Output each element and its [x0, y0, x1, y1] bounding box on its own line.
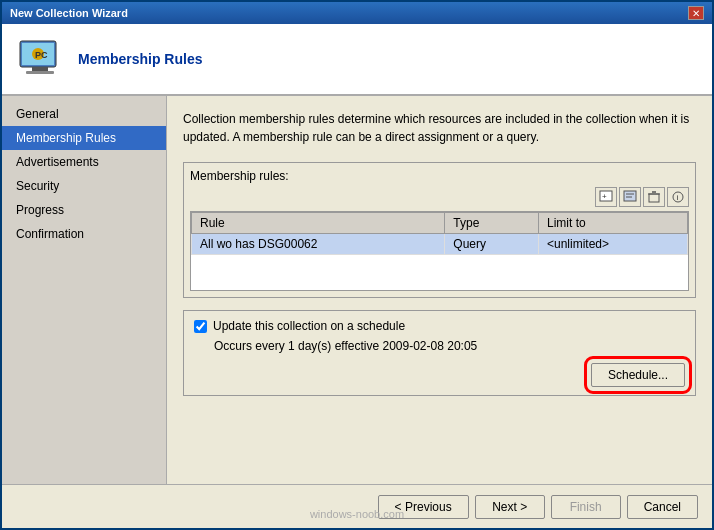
new-rule-button[interactable]: + [595, 187, 617, 207]
properties-button[interactable]: i [667, 187, 689, 207]
svg-rect-8 [624, 191, 636, 201]
header-area: PC Membership Rules [2, 24, 712, 96]
col-limit: Limit to [539, 213, 688, 234]
schedule-checkbox-label[interactable]: Update this collection on a schedule [213, 319, 405, 333]
properties-icon: i [671, 190, 685, 204]
cell-limit: <unlimited> [539, 234, 688, 255]
header-title: Membership Rules [78, 51, 202, 67]
delete-icon [647, 190, 661, 204]
title-bar: New Collection Wizard ✕ [2, 2, 712, 24]
description-text: Collection membership rules determine wh… [183, 110, 696, 146]
sidebar-item-membership-rules[interactable]: Membership Rules [2, 126, 166, 150]
schedule-button[interactable]: Schedule... [591, 363, 685, 387]
window-title: New Collection Wizard [10, 7, 128, 19]
finish-button[interactable]: Finish [551, 495, 621, 519]
wizard-window: New Collection Wizard ✕ PC Membership Ru… [0, 0, 714, 530]
schedule-header: Update this collection on a schedule [194, 319, 685, 333]
next-button[interactable]: Next > [475, 495, 545, 519]
sidebar-item-progress[interactable]: Progress [2, 198, 166, 222]
previous-button[interactable]: < Previous [378, 495, 469, 519]
footer: < Previous Next > Finish Cancel [2, 484, 712, 528]
delete-rule-button[interactable] [643, 187, 665, 207]
col-rule: Rule [192, 213, 445, 234]
rules-table: Rule Type Limit to All wo has DSG00062 Q… [191, 212, 688, 255]
rules-toolbar: + i [190, 187, 689, 207]
edit-icon [623, 190, 637, 204]
membership-rules-label: Membership rules: [190, 169, 689, 183]
schedule-btn-row: Schedule... [194, 363, 685, 387]
sidebar-item-general[interactable]: General [2, 102, 166, 126]
sidebar-item-confirmation[interactable]: Confirmation [2, 222, 166, 246]
cancel-button[interactable]: Cancel [627, 495, 698, 519]
svg-text:PC: PC [35, 50, 48, 60]
computer-icon: PC [16, 35, 64, 83]
cell-rule: All wo has DSG00062 [192, 234, 445, 255]
svg-rect-11 [649, 194, 659, 202]
svg-text:i: i [677, 193, 679, 202]
membership-rules-box: Membership rules: + i [183, 162, 696, 298]
new-rule-icon: + [599, 190, 613, 204]
svg-rect-3 [26, 71, 54, 74]
main-content: General Membership Rules Advertisements … [2, 96, 712, 484]
close-button[interactable]: ✕ [688, 6, 704, 20]
svg-rect-2 [32, 67, 48, 71]
rules-table-container: Rule Type Limit to All wo has DSG00062 Q… [190, 211, 689, 291]
sidebar-item-advertisements[interactable]: Advertisements [2, 150, 166, 174]
sidebar-item-security[interactable]: Security [2, 174, 166, 198]
sidebar: General Membership Rules Advertisements … [2, 96, 167, 484]
schedule-checkbox[interactable] [194, 320, 207, 333]
col-type: Type [445, 213, 539, 234]
schedule-section: Update this collection on a schedule Occ… [183, 310, 696, 396]
svg-text:+: + [602, 192, 607, 201]
edit-rule-button[interactable] [619, 187, 641, 207]
cell-type: Query [445, 234, 539, 255]
table-row[interactable]: All wo has DSG00062 Query <unlimited> [192, 234, 688, 255]
content-area: Collection membership rules determine wh… [167, 96, 712, 484]
schedule-occurrence-text: Occurs every 1 day(s) effective 2009-02-… [194, 339, 685, 353]
